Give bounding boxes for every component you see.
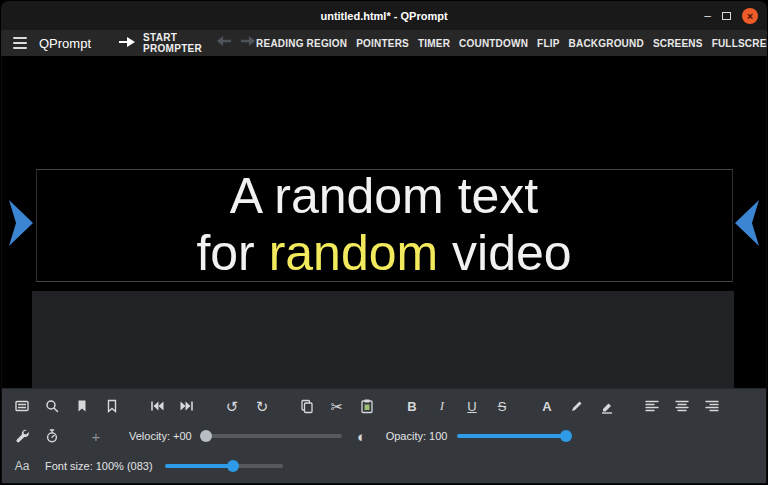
toolbar-row-fontsize: Aa Font size: 100% (083) [2, 451, 766, 481]
menu-screens[interactable]: SCREENS [653, 38, 703, 49]
velocity-slider[interactable] [202, 434, 342, 438]
font-size-slider-knob[interactable] [227, 460, 239, 472]
toolbar-row-format: ↺ ↻ ✂ B I U S A [2, 391, 766, 421]
strikethrough-button[interactable]: S [487, 394, 517, 418]
maximize-icon[interactable] [722, 12, 731, 20]
font-size-icon: Aa [7, 454, 37, 478]
bookmark-filled-icon[interactable] [67, 394, 97, 418]
app-name: QPrompt [39, 36, 91, 51]
velocity-slider-knob[interactable] [200, 430, 212, 442]
bookmark-outline-icon[interactable] [97, 394, 127, 418]
menu-pointers[interactable]: POINTERS [356, 38, 409, 49]
copy-icon[interactable] [292, 394, 322, 418]
reading-region-icon[interactable] [7, 394, 37, 418]
prompt-line1: A random text [230, 168, 539, 224]
align-center-icon[interactable] [667, 394, 697, 418]
font-size-slider[interactable] [165, 464, 283, 468]
prompt-line2-highlight: random [269, 225, 439, 281]
window-title: untitled.html* - QPrompt [320, 10, 447, 22]
nav-arrows [216, 34, 256, 52]
menu-timer[interactable]: TIMER [418, 38, 450, 49]
contrast-icon[interactable]: ◐ [350, 424, 374, 448]
search-icon[interactable] [37, 394, 67, 418]
opacity-slider[interactable] [457, 434, 569, 438]
menu-items: READING REGION POINTERS TIMER COUNTDOWN … [256, 38, 768, 49]
minimize-icon[interactable]: – [704, 10, 711, 22]
pen-icon[interactable] [562, 394, 592, 418]
menu-reading-region[interactable]: READING REGION [256, 38, 347, 49]
prompter-text[interactable]: A random textfor random video [2, 168, 766, 282]
titlebar: untitled.html* - QPrompt – × [1, 1, 767, 30]
editor-toolbar: ↺ ↻ ✂ B I U S A [2, 388, 766, 483]
close-icon[interactable]: × [742, 8, 758, 24]
left-pointer-icon[interactable] [9, 200, 35, 246]
cut-icon[interactable]: ✂ [322, 394, 352, 418]
menu-countdown[interactable]: COUNTDOWN [459, 38, 528, 49]
align-left-icon[interactable] [637, 394, 667, 418]
opacity-label: Opacity: 100 [386, 430, 448, 442]
start-arrow-icon [117, 35, 136, 51]
align-right-icon[interactable] [697, 394, 727, 418]
menu-background[interactable]: BACKGROUND [569, 38, 644, 49]
toolbar-row-playback: + Velocity: +00 ◐ Opacity: 100 [2, 421, 766, 451]
prompt-line2-prefix: for [196, 225, 268, 281]
right-pointer-icon[interactable] [733, 200, 759, 246]
plus-icon[interactable]: + [81, 424, 111, 448]
start-prompter-button[interactable]: START PROMPTER [117, 32, 202, 54]
bold-button[interactable]: B [397, 394, 427, 418]
window-controls: – × [704, 1, 758, 30]
skip-backward-icon[interactable] [142, 394, 172, 418]
qprompt-window: untitled.html* - QPrompt – × QPrompt STA… [0, 0, 768, 485]
menu-fullscreen[interactable]: FULLSCREEN [712, 38, 768, 49]
back-arrow-icon[interactable] [216, 34, 233, 52]
hamburger-menu-icon[interactable] [11, 33, 29, 53]
editor-panel[interactable] [32, 291, 734, 390]
start-prompter-label: START PROMPTER [143, 32, 202, 54]
opacity-slider-knob[interactable] [560, 430, 572, 442]
text-color-button[interactable]: A [532, 394, 562, 418]
highlighter-icon[interactable] [592, 394, 622, 418]
paste-icon[interactable] [352, 394, 382, 418]
menu-flip[interactable]: FLIP [537, 38, 559, 49]
prompter-stage[interactable]: A random textfor random video [2, 56, 766, 391]
undo-icon[interactable]: ↺ [217, 394, 247, 418]
velocity-label: Velocity: +00 [129, 430, 192, 442]
prompt-line2-suffix: video [438, 225, 571, 281]
wrench-icon[interactable] [7, 424, 37, 448]
underline-button[interactable]: U [457, 394, 487, 418]
skip-forward-icon[interactable] [172, 394, 202, 418]
redo-icon[interactable]: ↻ [247, 394, 277, 418]
stopwatch-icon[interactable] [37, 424, 67, 448]
menubar: QPrompt START PROMPTER READING REGION PO… [1, 30, 767, 56]
italic-button[interactable]: I [427, 394, 457, 418]
forward-arrow-icon[interactable] [239, 34, 256, 52]
font-size-label: Font size: 100% (083) [45, 460, 153, 472]
